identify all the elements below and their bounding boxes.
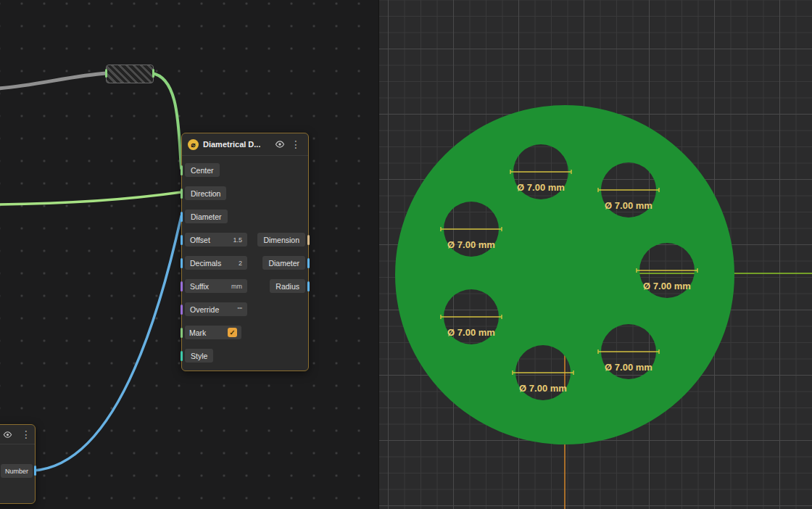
mark-checkbox[interactable] [228,328,237,337]
visibility-eye-icon[interactable] [3,430,12,439]
dimension-label: Ø 7.00 mm [519,383,567,394]
row-label: Mark [189,328,206,337]
wire-gray[interactable] [0,73,107,88]
input-port-offset[interactable] [181,235,183,245]
input-port-suffix[interactable] [181,281,183,291]
row-label: Suffix [190,282,209,291]
input-port-override[interactable] [181,305,183,315]
output-dimension[interactable]: Dimension [257,233,305,247]
row-value-field[interactable]: "" [238,306,242,313]
node-diametrical-dimension[interactable]: Diametrical D... CenterDirectionDiameter… [181,133,309,371]
relay-input-port[interactable] [105,69,107,78]
wire-blue[interactable] [33,216,181,471]
input-diameter[interactable]: Diameter [185,210,228,223]
diameter-dimension[interactable]: Ø 7.00 mm [510,170,571,193]
input-suffix[interactable]: Suffixmm [185,279,247,293]
row-value-field[interactable]: 2 [239,260,242,267]
output-port-dimension[interactable] [307,235,310,245]
output-radius[interactable]: Radius [270,279,305,293]
row-label: Diameter [191,212,222,221]
row-value-field[interactable]: 1.5 [233,236,242,244]
diameter-dimension[interactable]: Ø 7.00 mm [441,315,502,338]
row-label: Style [191,352,207,360]
input-port-mark[interactable] [181,328,183,338]
dimension-label: Ø 7.00 mm [447,327,495,338]
input-decimals[interactable]: Decimals2 [185,256,247,270]
input-port-diameter[interactable] [181,212,183,222]
node-title: Diametrical D... [203,140,260,149]
input-style[interactable]: Style [185,349,213,363]
input-port-style[interactable] [181,351,183,361]
row-label: Override [190,305,219,314]
output-label: Number [5,468,28,475]
dimension-label: Ø 7.00 mm [517,182,565,193]
application-window: Diametrical D... CenterDirectionDiameter… [0,0,812,509]
node-header[interactable]: Diametrical D... [182,133,308,156]
relay-output-port[interactable] [152,69,154,78]
dimension-label: Ø 7.00 mm [605,200,652,211]
row-label: Radius [276,282,299,291]
input-direction[interactable]: Direction [185,186,226,200]
dimension-label: Ø 7.00 mm [447,239,495,250]
wire-light-green[interactable] [0,192,181,204]
row-label: Center [191,166,214,175]
output-number[interactable]: Number [1,464,33,478]
diameter-dimension[interactable]: Ø 7.00 mm [598,188,659,211]
scene-layer: Ø 7.00 mmØ 7.00 mmØ 7.00 mmØ 7.00 mmØ 7.… [379,0,812,509]
diameter-dimension[interactable]: Ø 7.00 mm [598,349,659,373]
input-override[interactable]: Override"" [185,302,247,316]
input-center[interactable]: Center [185,163,220,177]
relay-node[interactable] [106,65,154,83]
node-header[interactable] [0,425,35,444]
row-label: Offset [190,236,210,244]
node-menu-icon[interactable] [289,139,302,149]
node-menu-icon[interactable] [20,429,33,439]
node-editor-canvas[interactable]: Diametrical D... CenterDirectionDiameter… [0,0,378,509]
dimension-label: Ø 7.00 mm [643,281,691,291]
output-port-radius[interactable] [307,281,310,291]
output-diameter[interactable]: Diameter [262,256,305,270]
viewport-3d[interactable]: Ø 7.00 mmØ 7.00 mmØ 7.00 mmØ 7.00 mmØ 7.… [378,0,812,509]
visibility-eye-icon[interactable] [275,139,285,149]
output-port-diameter[interactable] [307,258,310,268]
wire-green[interactable] [152,73,181,168]
dimension-label: Ø 7.00 mm [605,362,652,373]
row-label: Decimals [190,259,221,268]
diameter-dimension[interactable]: Ø 7.00 mm [637,268,697,291]
input-port-direction[interactable] [181,189,183,199]
input-port-decimals[interactable] [181,258,183,268]
node-number-partial[interactable]: Number [0,424,36,504]
input-port-center[interactable] [181,165,183,175]
row-label: Diameter [268,259,299,268]
input-mark[interactable]: Mark [185,326,241,339]
input-offset[interactable]: Offset1.5 [185,233,247,247]
row-label: Dimension [263,236,299,244]
row-label: Direction [191,189,220,198]
row-value-field[interactable]: mm [231,283,242,290]
dimension-node-icon [188,139,199,150]
output-port-number[interactable] [34,465,36,476]
diameter-dimension[interactable]: Ø 7.00 mm [441,227,502,250]
